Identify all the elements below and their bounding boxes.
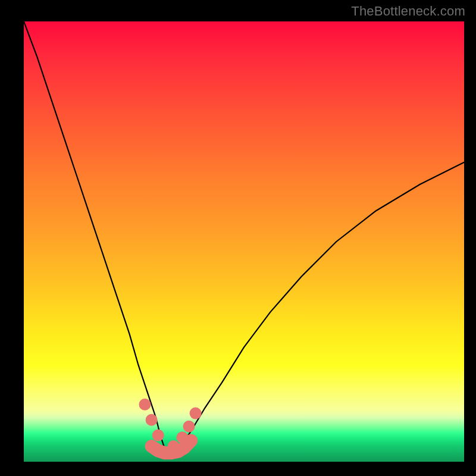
watermark-text: TheBottleneck.com bbox=[351, 4, 465, 19]
marker-dot bbox=[190, 408, 202, 419]
marker-dot bbox=[168, 440, 180, 452]
bottleneck-curve bbox=[24, 21, 464, 453]
marker-dot bbox=[152, 430, 164, 441]
plot-area bbox=[24, 21, 464, 462]
marker-dot bbox=[183, 421, 195, 433]
marker-dot bbox=[139, 399, 151, 411]
marker-dot bbox=[146, 414, 158, 426]
marker-dot bbox=[176, 431, 188, 443]
chart-svg bbox=[24, 21, 464, 462]
chart-frame: TheBottleneck.com bbox=[0, 0, 476, 476]
